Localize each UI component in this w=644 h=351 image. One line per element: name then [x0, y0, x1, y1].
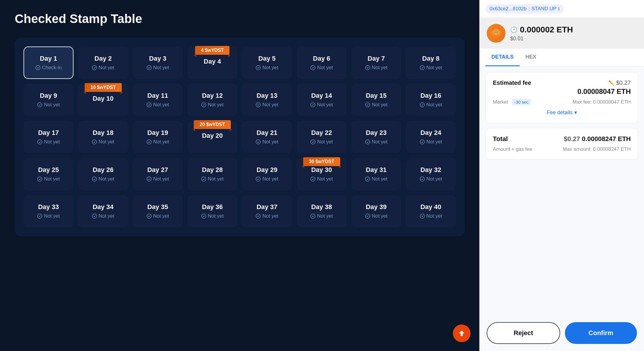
max-amount-value: 0.00008247 ETH	[593, 146, 631, 152]
stamp-card-day-5[interactable]: Day 5Not yet	[242, 47, 292, 79]
stamp-card-day-35[interactable]: Day 35Not yet	[133, 195, 183, 227]
stamp-card-day-25[interactable]: Day 25Not yet	[24, 158, 74, 190]
stamp-card-day-10[interactable]: 10 $wYDSTDay 10	[78, 84, 128, 116]
svg-point-23	[147, 177, 151, 181]
day-label-18: Day 18	[93, 129, 114, 137]
svg-point-7	[38, 103, 42, 107]
total-sub-row: Amount + gas fee Max amount: 0.00008247 …	[493, 146, 631, 152]
stamp-card-day-29[interactable]: Day 29Not yet	[242, 158, 292, 190]
stamp-card-day-37[interactable]: Day 37Not yet	[242, 195, 292, 227]
stamp-card-day-16[interactable]: Day 16Not yet	[406, 84, 456, 116]
svg-point-33	[256, 214, 261, 218]
stamp-card-day-34[interactable]: Day 34Not yet	[78, 195, 128, 227]
svg-point-8	[147, 103, 151, 107]
day-status-9: Not yet	[37, 102, 60, 108]
stamp-card-day-19[interactable]: Day 19Not yet	[133, 121, 183, 153]
stamp-card-day-39[interactable]: Day 39Not yet	[351, 195, 401, 227]
day-status-7: Not yet	[365, 65, 388, 71]
svg-point-32	[201, 214, 206, 218]
day-label-32: Day 32	[421, 166, 441, 174]
day-label-39: Day 39	[366, 203, 387, 211]
svg-point-21	[38, 177, 42, 181]
stamp-card-day-21[interactable]: Day 21Not yet	[242, 121, 292, 153]
stamp-card-day-28[interactable]: Day 28Not yet	[187, 158, 237, 190]
fee-eth: 0.00008047 ETH	[578, 87, 631, 96]
max-fee-value: 0.00008047 ETH	[593, 99, 631, 105]
stamp-card-day-23[interactable]: Day 23Not yet	[351, 121, 401, 153]
stamp-card-day-26[interactable]: Day 26Not yet	[78, 158, 128, 190]
svg-point-18	[311, 140, 315, 144]
stamp-card-day-14[interactable]: Day 14Not yet	[297, 84, 347, 116]
stamp-card-day-33[interactable]: Day 33Not yet	[24, 195, 74, 227]
svg-point-6	[420, 66, 424, 70]
edit-icon[interactable]: ✏️	[608, 80, 614, 86]
stamp-card-day-36[interactable]: Day 36Not yet	[187, 195, 237, 227]
account-separator: :	[528, 6, 530, 12]
market-section: Market -30 sec	[493, 99, 531, 105]
stamp-card-day-6[interactable]: Day 6Not yet	[297, 47, 347, 79]
stamp-card-day-38[interactable]: Day 38Not yet	[297, 195, 347, 227]
day-status-34: Not yet	[92, 213, 114, 219]
tab-details[interactable]: DETAILS	[485, 49, 520, 66]
fee-right: ✏️ $0.27 0.00008047 ETH	[578, 80, 631, 96]
day-label-37: Day 37	[256, 203, 277, 211]
day-status-13: Not yet	[256, 102, 278, 108]
stamp-card-day-24[interactable]: Day 24Not yet	[406, 121, 456, 153]
scroll-up-button[interactable]	[453, 324, 471, 342]
stamp-card-day-20[interactable]: 20 $wYDSTDay 20	[187, 121, 237, 153]
stamp-card-day-31[interactable]: Day 31Not yet	[351, 158, 401, 190]
stamp-card-day-12[interactable]: Day 12Not yet	[187, 84, 237, 116]
day-status-38: Not yet	[310, 213, 333, 219]
day-status-22: Not yet	[310, 139, 333, 145]
account-pill[interactable]: 0x63ce2...8102b : STAND UP ℹ	[485, 4, 564, 14]
action-buttons: Reject Confirm	[480, 315, 644, 351]
stamp-card-day-7[interactable]: Day 7Not yet	[351, 47, 401, 79]
day-label-13: Day 13	[256, 92, 277, 100]
confirm-button[interactable]: Confirm	[565, 322, 637, 344]
reject-button[interactable]: Reject	[487, 322, 560, 344]
stamp-card-day-40[interactable]: Day 40Not yet	[406, 195, 456, 227]
info-icon[interactable]: ℹ	[558, 6, 560, 11]
svg-point-24	[201, 177, 206, 181]
stamp-card-day-32[interactable]: Day 32Not yet	[406, 158, 456, 190]
svg-point-29	[38, 214, 42, 218]
svg-point-4	[311, 66, 315, 70]
market-time: -30 sec	[512, 99, 531, 105]
stamp-card-day-27[interactable]: Day 27Not yet	[133, 158, 183, 190]
stamp-card-day-22[interactable]: Day 22Not yet	[297, 121, 347, 153]
day-status-32: Not yet	[420, 176, 442, 182]
svg-point-2	[147, 66, 151, 70]
day-label-27: Day 27	[147, 166, 168, 174]
estimated-fee-card: Estimated fee ✏️ $0.27 0.00008047 ETH Ma…	[485, 72, 638, 123]
stamp-card-day-3[interactable]: Day 3Not yet	[133, 47, 183, 79]
day-status-39: Not yet	[365, 213, 388, 219]
stamp-card-day-4[interactable]: 4 $wYDSTDay 4	[187, 47, 237, 79]
stamp-card-day-11[interactable]: Day 11Not yet	[133, 84, 183, 116]
ribbon-day-20: 20 $wYDST	[194, 120, 231, 129]
day-status-24: Not yet	[420, 139, 442, 145]
stamp-card-day-1[interactable]: Day 1Check-in	[24, 47, 74, 79]
stamp-card-day-17[interactable]: Day 17Not yet	[24, 121, 74, 153]
metamask-panel: 0x63ce2...8102b : STAND UP ℹ 🕐 0.000002 …	[479, 0, 644, 351]
stamp-card-day-15[interactable]: Day 15Not yet	[351, 84, 401, 116]
day-status-5: Not yet	[256, 65, 278, 71]
svg-point-5	[365, 66, 370, 70]
total-card: Total $0.27 0.00008247 ETH Amount + gas …	[485, 128, 638, 160]
day-status-25: Not yet	[37, 176, 60, 182]
stamp-card-day-9[interactable]: Day 9Not yet	[24, 84, 74, 116]
svg-point-13	[420, 103, 424, 107]
estimated-fee-label: Estimated fee	[493, 80, 531, 86]
day-status-18: Not yet	[92, 139, 114, 145]
stamp-card-day-30[interactable]: 30 $wYDSTDay 30Not yet	[297, 158, 347, 190]
stamp-card-day-18[interactable]: Day 18Not yet	[78, 121, 128, 153]
day-status-27: Not yet	[146, 176, 169, 182]
day-label-7: Day 7	[368, 55, 385, 62]
day-status-28: Not yet	[201, 176, 224, 182]
stamp-card-day-8[interactable]: Day 8Not yet	[406, 47, 456, 79]
day-status-23: Not yet	[365, 139, 388, 145]
stamp-card-day-13[interactable]: Day 13Not yet	[242, 84, 292, 116]
fee-details-link[interactable]: Fee details ▾	[493, 109, 631, 116]
stamp-card-day-2[interactable]: Day 2Not yet	[78, 47, 128, 79]
total-row: Total $0.27 0.00008247 ETH	[493, 135, 631, 143]
tab-hex[interactable]: HEX	[520, 49, 542, 66]
